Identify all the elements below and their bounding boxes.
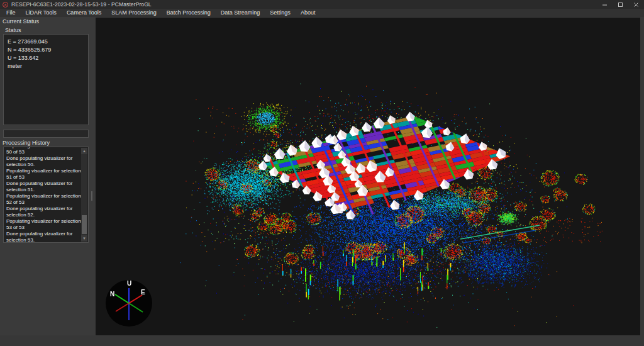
menu-item-batch-processing[interactable]: Batch Processing xyxy=(162,9,216,17)
processing-history-label: Processing History xyxy=(3,140,50,146)
orientation-compass[interactable]: U N E xyxy=(103,277,155,330)
log-line: Done populating vizualizer for selection… xyxy=(6,155,83,168)
log-line: Populating visualizer for selection 53 o… xyxy=(6,218,83,231)
menu-item-file[interactable]: File xyxy=(1,9,21,17)
app-icon: a xyxy=(3,2,8,8)
float-icon xyxy=(77,19,82,25)
menu-item-slam-processing[interactable]: SLAM Processing xyxy=(106,9,162,17)
compass-label-east: E xyxy=(141,289,145,296)
minimize-icon xyxy=(602,2,608,8)
log-line: Populating visualizer for selection 50 o… xyxy=(6,147,83,155)
maximize-icon xyxy=(618,2,623,8)
titlebar: a RESEPI-6C63E1-2023-02-28-15-53-19 - PC… xyxy=(0,0,644,9)
processing-history-log[interactable]: Populating visualizer for selection 50 o… xyxy=(3,147,89,243)
current-status-dock: Current Status Status E = 273669.045 N xyxy=(0,17,96,335)
status-readout: E = 273669.045 N = 4336525.679 U = 133.6… xyxy=(3,34,89,125)
splitter-handle[interactable] xyxy=(91,191,92,201)
status-up: U = 133.642 xyxy=(8,54,84,62)
dock-title: Current Status xyxy=(0,18,39,25)
log-line: Done populating vizualizer for selection… xyxy=(6,181,83,193)
pointcloud-viewport[interactable]: U N E xyxy=(96,18,640,335)
close-button[interactable] xyxy=(628,0,644,9)
log-line: Populating visualizer for selection 52 o… xyxy=(6,193,83,206)
compass-label-north: N xyxy=(110,291,114,298)
minimize-button[interactable] xyxy=(597,0,613,9)
menu-item-lidar-tools[interactable]: LiDAR Tools xyxy=(21,9,62,17)
menu-item-settings[interactable]: Settings xyxy=(265,9,296,17)
dock-header: Current Status xyxy=(0,17,96,25)
scroll-down-arrow-icon[interactable]: ▼ xyxy=(81,235,87,242)
dock-float-button[interactable] xyxy=(77,16,82,27)
menu-item-about[interactable]: About xyxy=(296,9,321,17)
bottom-status-bar xyxy=(0,335,644,346)
compass-label-up: U xyxy=(127,280,131,287)
app-window: a RESEPI-6C63E1-2023-02-28-15-53-19 - PC… xyxy=(0,0,644,346)
menubar: File LiDAR Tools Camera Tools SLAM Proce… xyxy=(0,9,644,17)
maximize-button[interactable] xyxy=(613,0,628,9)
history-content: Populating visualizer for selection 50 o… xyxy=(6,147,83,243)
log-line: Done populating vizualizer for selection… xyxy=(6,231,83,243)
scroll-up-arrow-icon[interactable]: ▲ xyxy=(81,148,87,154)
scrollbar-thumb[interactable] xyxy=(82,215,87,234)
status-easting: E = 273669.045 xyxy=(8,38,84,46)
window-title: RESEPI-6C63E1-2023-02-28-15-53-19 - PCMa… xyxy=(11,1,152,8)
history-scrollbar[interactable]: ▲ ▼ xyxy=(81,148,87,242)
log-line: Done populating vizualizer for selection… xyxy=(6,206,83,218)
status-northing: N = 4336525.679 xyxy=(8,46,84,54)
dock-close-button[interactable] xyxy=(84,16,90,27)
close-icon xyxy=(84,19,90,25)
status-unit: meter xyxy=(8,62,84,70)
window-frame-right xyxy=(640,17,644,335)
menu-item-data-streaming[interactable]: Data Streaming xyxy=(216,9,265,17)
close-icon xyxy=(633,2,639,8)
progress-bar xyxy=(3,130,89,138)
status-label: Status xyxy=(5,27,21,33)
pointcloud-canvas[interactable] xyxy=(96,18,640,335)
log-line: Populating visualizer for selection 51 o… xyxy=(6,168,83,181)
